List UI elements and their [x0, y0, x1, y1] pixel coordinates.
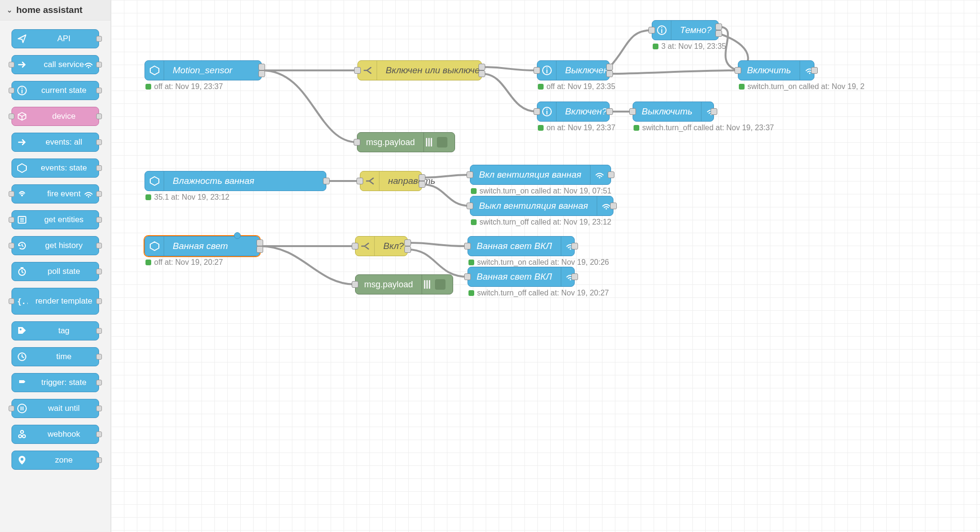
node-route[interactable]: направить: [360, 171, 422, 191]
node-turn-on[interactable]: Включить: [738, 60, 814, 80]
input-port[interactable]: [467, 203, 473, 209]
palette-node-trigger-state[interactable]: trigger: state: [11, 373, 99, 392]
node-on-q[interactable]: Вкл?: [355, 236, 408, 256]
output-port[interactable]: [258, 70, 265, 77]
node-debug-2[interactable]: msg.payload: [355, 274, 453, 294]
debug-toggle[interactable]: [437, 137, 447, 147]
node-bathroom-light[interactable]: Ванная свет: [145, 236, 260, 256]
signpost-icon: [15, 375, 29, 390]
node-vent-on[interactable]: Вкл вентиляция ванная: [470, 165, 611, 185]
output-port[interactable]: [404, 239, 411, 246]
svg-marker-19: [150, 66, 159, 75]
palette-node-get-history[interactable]: get history: [11, 236, 99, 255]
port: [96, 217, 102, 223]
svg-point-0: [88, 67, 89, 68]
port: [96, 298, 102, 304]
node-dark-check[interactable]: Темно?: [652, 20, 719, 40]
input-port[interactable]: [354, 67, 361, 74]
port: [96, 243, 102, 249]
input-port[interactable]: [354, 139, 360, 146]
input-port[interactable]: [629, 108, 636, 115]
palette-node-webhook[interactable]: webhook: [11, 425, 99, 444]
port: [9, 62, 14, 68]
input-port[interactable]: [648, 27, 655, 34]
port: [96, 380, 102, 385]
palette-node-zone[interactable]: zone: [11, 451, 99, 470]
node-bath-on-2[interactable]: Ванная свет ВКЛ: [468, 267, 575, 287]
output-port[interactable]: [404, 246, 411, 253]
output-port[interactable]: [571, 273, 578, 280]
output-port[interactable]: [479, 64, 485, 70]
output-port[interactable]: [323, 178, 330, 184]
palette-node-fire-event[interactable]: fire event: [11, 184, 99, 204]
port: [9, 406, 14, 411]
port: [96, 457, 102, 463]
svg-rect-25: [546, 109, 547, 110]
input-port[interactable]: [534, 67, 540, 74]
palette-label: trigger: state: [34, 378, 94, 387]
input-port[interactable]: [464, 273, 471, 280]
hex-icon: [15, 161, 29, 175]
debug-toggle[interactable]: [435, 279, 445, 290]
svg-rect-13: [21, 407, 22, 410]
node-status: off at: Nov 19, 23:35: [538, 82, 615, 91]
output-port[interactable]: [571, 243, 578, 249]
palette-label: API: [34, 34, 94, 43]
palette-label: events: all: [34, 138, 94, 147]
palette-node-render-template[interactable]: {..}render template: [11, 288, 99, 315]
output-port[interactable]: [419, 174, 425, 181]
node-humidity[interactable]: Влажность ванная: [145, 171, 326, 191]
palette-node-time[interactable]: time: [11, 347, 99, 366]
output-port[interactable]: [419, 181, 425, 188]
output-port[interactable]: [606, 70, 613, 77]
output-port[interactable]: [606, 108, 613, 115]
output-port[interactable]: [608, 171, 614, 178]
output-port[interactable]: [606, 64, 613, 70]
palette-label: current state: [34, 86, 94, 95]
output-port[interactable]: [256, 239, 263, 246]
palette-node-tag[interactable]: tag: [11, 321, 99, 340]
palette-node-wait-until[interactable]: wait until: [11, 399, 99, 418]
output-port[interactable]: [479, 70, 485, 77]
input-port[interactable]: [735, 67, 741, 74]
input-port[interactable]: [464, 243, 471, 249]
output-port[interactable]: [715, 23, 722, 30]
output-port[interactable]: [811, 67, 818, 74]
output-port[interactable]: [711, 108, 717, 115]
node-vent-off[interactable]: Выкл вентиляция ванная: [470, 196, 613, 216]
palette-node-events-all[interactable]: events: all: [11, 133, 99, 152]
output-port[interactable]: [610, 203, 617, 209]
palette-node-API[interactable]: API: [11, 29, 99, 48]
node-turn-off[interactable]: Выключить: [633, 102, 714, 122]
palette-node-poll-state[interactable]: poll state: [11, 262, 99, 281]
palette-node-device[interactable]: device: [11, 107, 99, 126]
input-port[interactable]: [467, 171, 473, 178]
node-debug-1[interactable]: msg.payload: [357, 132, 455, 152]
output-port[interactable]: [258, 64, 265, 70]
port: [96, 139, 102, 145]
palette-label: zone: [34, 456, 94, 464]
wifi-icon: [590, 165, 609, 184]
paper-plane-icon: [15, 32, 29, 46]
input-port[interactable]: [352, 243, 358, 249]
node-off-check[interactable]: Выключен?: [537, 60, 610, 80]
palette-node-current-state[interactable]: current state: [11, 81, 99, 100]
sidebar-header[interactable]: ⌄ home assistant: [0, 0, 111, 21]
port: [96, 191, 102, 197]
output-port[interactable]: [256, 246, 263, 253]
node-switch-on-off[interactable]: Включен или выключен: [357, 60, 482, 80]
palette-node-call-service[interactable]: call service: [11, 55, 99, 74]
palette-node-events-state[interactable]: events: state: [11, 158, 99, 178]
output-port[interactable]: [715, 30, 722, 37]
flow-canvas[interactable]: Motion_sensor off at: Nov 19, 23:37 Вклю…: [111, 0, 980, 532]
input-port[interactable]: [356, 178, 363, 184]
node-status: off at: Nov 19, 20:27: [145, 258, 223, 267]
node-motion-sensor[interactable]: Motion_sensor: [145, 60, 262, 80]
node-bath-on-1[interactable]: Ванная свет ВКЛ: [468, 236, 575, 256]
node-on-check[interactable]: Включен?: [537, 102, 610, 122]
list-icon: [15, 213, 29, 227]
palette-node-get-entities[interactable]: get entities: [11, 210, 99, 229]
input-port[interactable]: [534, 108, 540, 115]
input-port[interactable]: [352, 281, 358, 288]
port: [9, 243, 14, 249]
